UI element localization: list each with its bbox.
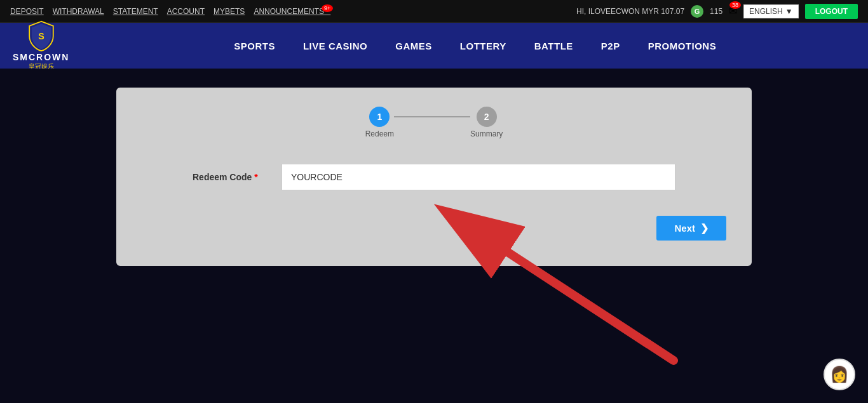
logo-area[interactable]: S SMCROWN 皇冠娱乐 <box>13 20 69 71</box>
nav-live-casino[interactable]: LIVE CASINO <box>289 41 381 51</box>
nav-promotions[interactable]: PROMOTIONS <box>634 41 731 51</box>
logout-button[interactable]: LOGOUT <box>805 4 858 19</box>
redeem-card: 1 Redeem 2 Summary Redeem Code * Next ❯ <box>116 88 752 266</box>
language-selector[interactable]: ENGLISH ▼ <box>743 4 799 18</box>
account-link[interactable]: ACCOUNT <box>167 7 205 16</box>
chevron-down-icon: ▼ <box>785 7 793 16</box>
step-connector <box>394 116 470 117</box>
step-2-label: Summary <box>470 129 503 138</box>
deposit-link[interactable]: DEPOSIT <box>10 7 44 16</box>
points-icon: G <box>691 5 703 18</box>
next-arrow-icon: ❯ <box>700 222 709 234</box>
chat-icon: 👩 <box>830 366 849 383</box>
next-label: Next <box>674 223 695 234</box>
steps-container: 1 Redeem 2 Summary <box>142 107 726 138</box>
main-nav-links: SPORTS LIVE CASINO GAMES LOTTERY BATTLE … <box>95 41 855 51</box>
mybets-link[interactable]: MYBETS <box>214 7 245 16</box>
top-bar: DEPOSIT WITHDRAWAL STATEMENT ACCOUNT MYB… <box>0 0 868 23</box>
mail-icon-wrap[interactable]: ✉ 38 <box>729 5 737 17</box>
main-nav: S SMCROWN 皇冠娱乐 SPORTS LIVE CASINO GAMES … <box>0 23 868 69</box>
mail-badge: 38 <box>729 1 741 9</box>
nav-games[interactable]: GAMES <box>381 41 446 51</box>
logo-icon: S <box>25 20 57 52</box>
svg-text:S: S <box>38 31 44 41</box>
svg-line-2 <box>508 253 674 360</box>
withdrawal-link[interactable]: WITHDRAWAL <box>53 7 104 16</box>
announcements-link[interactable]: ANNOUNCEMENTS9+ <box>254 7 336 16</box>
next-button[interactable]: Next ❯ <box>656 216 726 241</box>
button-row: Next ❯ <box>142 209 726 241</box>
step-2-circle: 2 <box>477 107 497 127</box>
top-bar-right: HI, ILOVEECWON MYR 107.07 G 115 ✉ 38 ENG… <box>576 4 858 19</box>
logo-name: SMCROWN <box>13 52 69 62</box>
announcements-badge: 9+ <box>322 4 333 12</box>
redeem-code-input[interactable] <box>281 164 675 190</box>
nav-lottery[interactable]: LOTTERY <box>446 41 520 51</box>
step-2: 2 Summary <box>470 107 503 138</box>
statement-link[interactable]: STATEMENT <box>113 7 158 16</box>
nav-p2p[interactable]: P2P <box>587 41 634 51</box>
required-marker: * <box>254 172 257 182</box>
top-bar-links: DEPOSIT WITHDRAWAL STATEMENT ACCOUNT MYB… <box>10 7 336 16</box>
step-1-circle: 1 <box>369 107 390 127</box>
nav-sports[interactable]: SPORTS <box>220 41 289 51</box>
user-greeting: HI, ILOVEECWON MYR 107.07 <box>576 7 684 16</box>
points-value: 115 <box>710 7 722 16</box>
announcements-label: ANNOUNCEMENTS <box>254 7 324 16</box>
language-label: ENGLISH <box>749 7 783 16</box>
step-1: 1 Redeem <box>365 107 394 138</box>
chat-widget[interactable]: 👩 <box>824 359 855 390</box>
content-area: 1 Redeem 2 Summary Redeem Code * Next ❯ <box>0 69 868 279</box>
form-row: Redeem Code * <box>142 164 726 190</box>
step-1-label: Redeem <box>365 129 394 138</box>
redeem-code-label: Redeem Code * <box>193 172 281 182</box>
nav-battle[interactable]: BATTLE <box>520 41 587 51</box>
